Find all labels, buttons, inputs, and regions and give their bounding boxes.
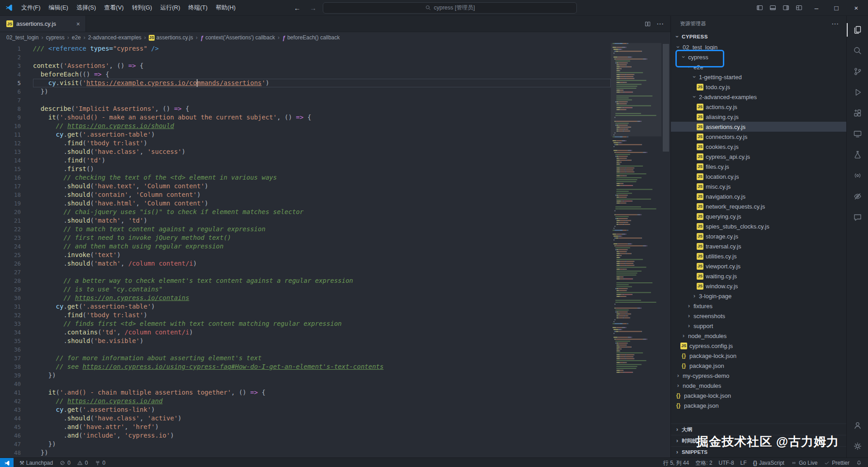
customize-layout-icon[interactable] bbox=[793, 2, 806, 14]
section-cypress[interactable]: › CYPRESS bbox=[671, 31, 846, 42]
code-line-13[interactable]: 13 .should('have.class', 'success') bbox=[0, 148, 611, 156]
tree-item-network_requests.cy.js[interactable]: JSnetwork_requests.cy.js bbox=[671, 201, 846, 211]
code-line-2[interactable]: 2 bbox=[0, 53, 611, 62]
code-line-41[interactable]: 41 it('.and() - chain multiple assertion… bbox=[0, 388, 611, 397]
tree-item-cookies.cy.js[interactable]: JScookies.cy.js bbox=[671, 142, 846, 152]
tree-item-viewport.cy.js[interactable]: JSviewport.cy.js bbox=[671, 261, 846, 271]
tab-assertions[interactable]: JS assertions.cy.js × bbox=[0, 16, 86, 32]
status-javascript[interactable]: {}JavaScript bbox=[750, 458, 788, 467]
command-center-search[interactable]: cypress [管理员] bbox=[323, 2, 577, 14]
tree-item-navigation.cy.js[interactable]: JSnavigation.cy.js bbox=[671, 191, 846, 201]
tree-item-02_test_login[interactable]: ›02_test_login bbox=[671, 42, 846, 52]
close-icon[interactable]: × bbox=[75, 20, 81, 28]
tree-item-todo.cy.js[interactable]: JStodo.cy.js bbox=[671, 82, 846, 92]
code-area[interactable]: 1/// <reference types="cypress" />23cont… bbox=[0, 43, 611, 457]
tree-item-location.cy.js[interactable]: JSlocation.cy.js bbox=[671, 172, 846, 181]
code-line-19[interactable]: 19 .should('have.html', 'Column content'… bbox=[0, 199, 611, 208]
breadcrumb-item[interactable]: 2-advanced-examples bbox=[88, 34, 142, 41]
tree-item-cypress[interactable]: ›cypress bbox=[671, 52, 846, 62]
activity-search[interactable] bbox=[847, 40, 868, 61]
menu-run[interactable]: 运行(R) bbox=[156, 2, 184, 14]
code-line-28[interactable]: 28 // a better way to check element's te… bbox=[0, 276, 611, 285]
code-line-23[interactable]: 23 // first need to invoke jQuery method… bbox=[0, 234, 611, 242]
tree-item-node_modules[interactable]: ›node_modules bbox=[671, 331, 846, 341]
menu-view[interactable]: 查看(V) bbox=[100, 2, 127, 14]
tree-item-querying.cy.js[interactable]: JSquerying.cy.js bbox=[671, 211, 846, 221]
code-line-29[interactable]: 29 // is to use "cy.contains" bbox=[0, 285, 611, 294]
tree-item-package-lock.json[interactable]: {}package-lock.json bbox=[671, 391, 846, 400]
back-icon[interactable]: ← bbox=[291, 3, 303, 13]
activity-chat[interactable] bbox=[847, 207, 868, 228]
code-line-3[interactable]: 3context('Assertions', () => { bbox=[0, 62, 611, 70]
minimap[interactable] bbox=[611, 43, 661, 457]
code-line-14[interactable]: 14 .find('td') bbox=[0, 156, 611, 165]
activity-source-control[interactable] bbox=[847, 61, 868, 82]
status-0[interactable]: 0 bbox=[56, 458, 74, 467]
status-go-live[interactable]: Go Live bbox=[788, 458, 821, 467]
tree-item-actions.cy.js[interactable]: JSactions.cy.js bbox=[671, 102, 846, 112]
menu-terminal[interactable]: 终端(T) bbox=[184, 2, 212, 14]
tree-item-utilities.cy.js[interactable]: JSutilities.cy.js bbox=[671, 251, 846, 261]
code-line-34[interactable]: 34 .contains('td', /column content/i) bbox=[0, 328, 611, 337]
tree-item-e2e[interactable]: ›e2e bbox=[671, 62, 846, 72]
activity-extensions[interactable] bbox=[847, 103, 868, 124]
code-line-17[interactable]: 17 .should('have.text', 'Column content'… bbox=[0, 182, 611, 191]
tree-item-storage.cy.js[interactable]: JSstorage.cy.js bbox=[671, 231, 846, 241]
code-line-31[interactable]: 31 cy.get('.assertion-table') bbox=[0, 302, 611, 311]
tree-item-2-advanced-examples[interactable]: ›2-advanced-examples bbox=[671, 92, 846, 102]
code-line-15[interactable]: 15 .first() bbox=[0, 165, 611, 173]
code-line-48[interactable]: 48 }) bbox=[0, 448, 611, 457]
code-line-37[interactable]: 37 // for more information about asserti… bbox=[0, 354, 611, 362]
code-line-5[interactable]: 5 cy.visit('https://example.cypress.io/c… bbox=[0, 79, 611, 87]
code-line-35[interactable]: 35 .should('be.visible') bbox=[0, 337, 611, 345]
more-actions-icon[interactable]: ··· bbox=[832, 20, 839, 27]
status-bell[interactable] bbox=[853, 458, 865, 467]
code-line-10[interactable]: 10 // https://on.cypress.io/should bbox=[0, 122, 611, 130]
tree-item-cypress_api.cy.js[interactable]: JScypress_api.cy.js bbox=[671, 152, 846, 162]
code-line-6[interactable]: 6 }) bbox=[0, 87, 611, 96]
code-line-47[interactable]: 47 }) bbox=[0, 440, 611, 448]
status-0[interactable]: 0 bbox=[91, 458, 109, 467]
code-line-11[interactable]: 11 cy.get('.assertion-table') bbox=[0, 130, 611, 139]
breadcrumb-item[interactable]: e2e bbox=[72, 34, 81, 41]
more-actions-icon[interactable]: ··· bbox=[657, 20, 664, 27]
tree-item-1-getting-started[interactable]: ›1-getting-started bbox=[671, 72, 846, 82]
activity-remote[interactable] bbox=[847, 124, 868, 144]
code-line-25[interactable]: 25 .invoke('text') bbox=[0, 251, 611, 259]
scrollbar-thumb[interactable] bbox=[663, 44, 669, 152]
tree-item-assertions.cy.js[interactable]: JSassertions.cy.js bbox=[671, 122, 846, 132]
activity-settings[interactable] bbox=[847, 436, 868, 457]
status-0[interactable]: 0 bbox=[74, 458, 91, 467]
code-line-24[interactable]: 24 // and then match using regular expre… bbox=[0, 242, 611, 251]
code-line-38[interactable]: 38 // see https://on.cypress.io/using-cy… bbox=[0, 362, 611, 371]
code-line-33[interactable]: 33 // finds first <td> element with text… bbox=[0, 319, 611, 328]
menu-go[interactable]: 转到(G) bbox=[128, 2, 156, 14]
close-button[interactable]: × bbox=[846, 0, 866, 15]
tree-item-my-cypress-demo[interactable]: ›my-cypress-demo bbox=[671, 371, 846, 381]
tree-item-package.json[interactable]: {}package.json bbox=[671, 400, 846, 410]
code-line-36[interactable]: 36 bbox=[0, 345, 611, 354]
breadcrumb-item[interactable]: JSassertions.cy.js bbox=[149, 34, 193, 41]
status-lf[interactable]: LF bbox=[737, 458, 750, 467]
code-line-44[interactable]: 44 .should('have.class', 'active') bbox=[0, 414, 611, 423]
split-editor-icon[interactable] bbox=[644, 20, 651, 28]
tree-item-package-lock.json[interactable]: {}package-lock.json bbox=[671, 351, 846, 361]
tree-item-aliasing.cy.js[interactable]: JSaliasing.cy.js bbox=[671, 112, 846, 122]
code-line-20[interactable]: 20 // chai-jquery uses "is()" to check i… bbox=[0, 208, 611, 216]
tree-item-3-login-page[interactable]: ›3-login-page bbox=[671, 291, 846, 301]
code-line-18[interactable]: 18 .should('contain', 'Column content') bbox=[0, 191, 611, 199]
code-line-22[interactable]: 22 // to match text content against a re… bbox=[0, 225, 611, 234]
code-line-30[interactable]: 30 // https://on.cypress.io/contains bbox=[0, 294, 611, 302]
code-line-8[interactable]: 8 describe('Implicit Assertions', () => … bbox=[0, 105, 611, 113]
code-line-9[interactable]: 9 it('.should() - make an assertion abou… bbox=[0, 113, 611, 122]
status-launchpad[interactable]: ⚒Launchpad bbox=[16, 458, 56, 467]
code-line-40[interactable]: 40 bbox=[0, 380, 611, 388]
breadcrumb-item[interactable]: ƒcontext('Assertions') callback bbox=[200, 34, 275, 41]
toggle-secondary-sidebar-icon[interactable] bbox=[779, 2, 793, 14]
status-prettier[interactable]: Prettier bbox=[821, 458, 853, 467]
editor-scrollbar[interactable] bbox=[661, 43, 670, 457]
activity-testing[interactable] bbox=[847, 144, 868, 165]
activity-eye-off[interactable] bbox=[847, 186, 868, 207]
code-line-39[interactable]: 39 }) bbox=[0, 371, 611, 380]
tree-item-spies_stubs_clocks.cy.js[interactable]: JSspies_stubs_clocks.cy.js bbox=[671, 221, 846, 231]
